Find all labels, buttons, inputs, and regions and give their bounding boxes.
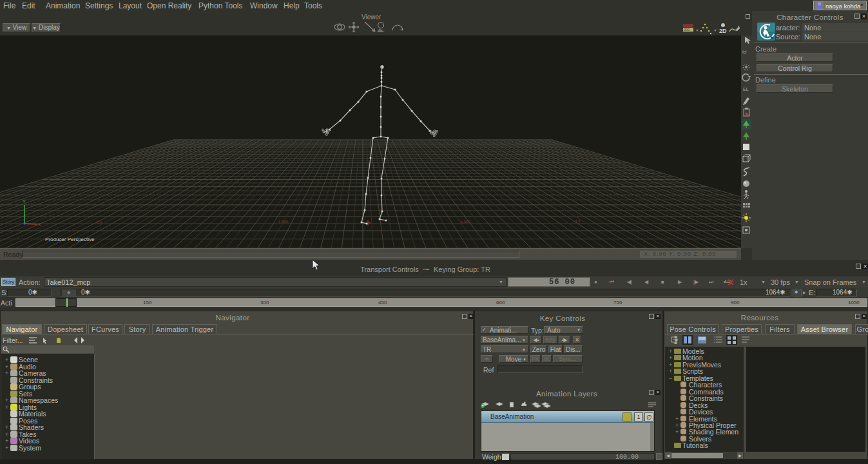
svg-text:300: 300	[684, 28, 690, 32]
svg-text:-1 500.: -1 500.	[277, 220, 289, 224]
svg-text:-3 0.: -3 0.	[95, 220, 103, 224]
svg-text:Y: Y	[23, 199, 26, 204]
svg-text:2D: 2D	[719, 28, 727, 34]
svg-text:-3 0.: -3 0.	[574, 219, 581, 223]
svg-text:Producer Perspective: Producer Perspective	[45, 237, 95, 242]
svg-text:+: +	[481, 403, 484, 408]
svg-text:EL: EL	[743, 87, 749, 92]
svg-text:X: X	[38, 222, 41, 227]
svg-text:tcl: tcl	[742, 50, 747, 54]
svg-text:-1 500.: -1 500.	[459, 220, 472, 224]
